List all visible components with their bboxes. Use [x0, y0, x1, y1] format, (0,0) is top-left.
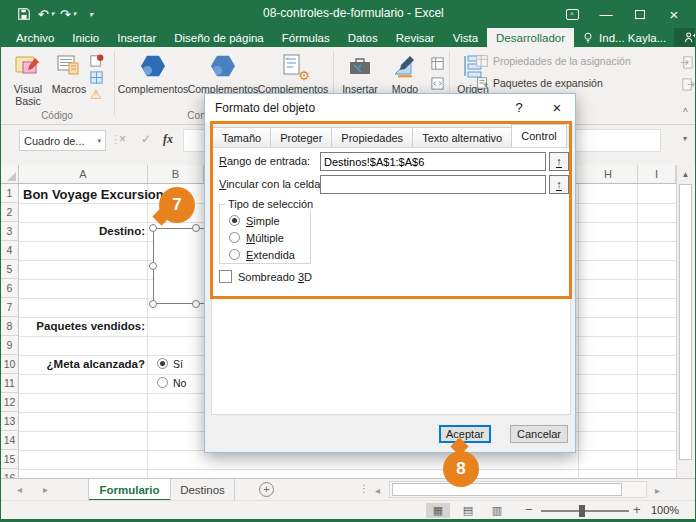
cell-a1[interactable]: Bon Voyage Excursions — [23, 187, 171, 202]
sheet-tab-formulario[interactable]: Formulario — [88, 479, 171, 501]
share-button[interactable]: Compartir — [674, 28, 696, 47]
column-header-h[interactable]: H — [579, 165, 638, 183]
dialog-tab-control[interactable]: Control — [511, 124, 566, 147]
dialog-tab-tamano[interactable]: Tamaño — [212, 127, 271, 147]
vertical-scrollbar[interactable]: ▲ — [676, 165, 694, 478]
sheet-nav-next-icon[interactable]: ▸ — [43, 484, 48, 495]
listbox-control[interactable] — [153, 228, 211, 304]
sheet-tab-destinos[interactable]: Destinos — [171, 479, 235, 501]
tab-formulas[interactable]: Fórmulas — [273, 28, 339, 47]
selection-handle[interactable] — [149, 262, 157, 270]
row-header-14[interactable]: 14 — [1, 431, 18, 450]
maximize-button[interactable] — [623, 0, 657, 28]
hscroll-left-icon[interactable]: ◂ — [375, 485, 380, 496]
row-header-2[interactable]: 2 — [1, 203, 18, 222]
radio-no[interactable] — [157, 377, 168, 388]
row-header-7[interactable]: 7 — [1, 298, 18, 317]
row-header-8[interactable]: 8 — [1, 317, 18, 336]
hscroll-right-icon[interactable]: ▸ — [655, 485, 660, 496]
selection-handle[interactable] — [149, 300, 157, 308]
vincular-collapse-button[interactable]: ↑ — [549, 175, 569, 194]
tab-datos[interactable]: Datos — [339, 28, 387, 47]
tell-me-box[interactable]: Ind... Kayla... — [574, 28, 674, 47]
minimize-button[interactable]: — — [589, 0, 623, 28]
ribbon-display-options-button[interactable]: ^ — [555, 0, 589, 28]
row-header-13[interactable]: 13 — [1, 412, 18, 431]
rango-entrada-input[interactable] — [320, 152, 546, 171]
name-box[interactable]: Cuadro de... ▾ — [19, 130, 106, 151]
radio-extendida[interactable] — [229, 249, 240, 260]
relative-references-button[interactable] — [88, 69, 104, 85]
tab-diseno-de-pagina[interactable]: Diseño de página — [165, 28, 273, 47]
save-button[interactable] — [15, 3, 33, 25]
dialog-close-button[interactable]: × — [543, 96, 571, 118]
tab-vista[interactable]: Vista — [444, 28, 487, 47]
zoom-slider-thumb[interactable] — [579, 505, 585, 517]
collapse-ribbon-button[interactable]: ^ — [683, 107, 688, 118]
undo-button[interactable]: ↶▾ — [37, 3, 55, 25]
close-button[interactable]: × — [657, 0, 691, 28]
record-macro-button[interactable] — [88, 52, 104, 68]
sheet-nav-prev-icon[interactable]: ◂ — [17, 484, 22, 495]
insertar-control-button[interactable]: Insertar — [339, 51, 381, 95]
zoom-out-button[interactable]: − — [525, 502, 533, 517]
row-header-3[interactable]: 3 — [1, 222, 18, 241]
radio-si[interactable] — [157, 358, 168, 369]
dialog-tab-propiedades[interactable]: Propiedades — [331, 127, 413, 147]
macro-security-button[interactable]: ⚠ — [88, 86, 104, 102]
cell-a3[interactable]: Destino: — [19, 225, 145, 237]
propiedades-control-button[interactable] — [429, 55, 445, 71]
column-header-i[interactable]: I — [638, 165, 676, 183]
vincular-celda-input[interactable] — [320, 175, 546, 194]
zoom-level[interactable]: 100% — [651, 504, 679, 516]
rango-collapse-button[interactable]: ↑ — [549, 152, 569, 171]
expand-formula-bar-icon[interactable]: ▾ — [683, 134, 687, 143]
radio-multiple[interactable] — [229, 232, 240, 243]
column-header-b[interactable]: B — [148, 165, 204, 183]
macros-button[interactable]: Macros — [51, 51, 87, 95]
row-header-4[interactable]: 4 — [1, 241, 18, 260]
visual-basic-button[interactable]: Visual Basic — [7, 51, 49, 107]
vertical-scrollbar-thumb[interactable] — [679, 184, 692, 460]
view-page-break-button[interactable]: ▥ — [485, 503, 509, 518]
row-header-10[interactable]: 10 — [1, 355, 18, 374]
row-header-9[interactable]: 9 — [1, 336, 18, 355]
zoom-in-button[interactable]: + — [633, 502, 641, 517]
row-header-5[interactable]: 5 — [1, 260, 18, 279]
customize-qat-button[interactable]: ▾ — [81, 3, 99, 25]
zoom-slider[interactable] — [541, 510, 629, 512]
row-header-16[interactable]: 16 — [1, 469, 18, 478]
view-page-layout-button[interactable]: ▤ — [456, 503, 480, 518]
complementos-office-button[interactable]: ⚙ Complementos — [259, 51, 327, 95]
dialog-tab-texto-alternativo[interactable]: Texto alternativo — [412, 127, 512, 147]
cancelar-button[interactable]: Cancelar — [510, 425, 568, 443]
scroll-up-icon[interactable]: ▲ — [677, 165, 694, 183]
select-all-corner[interactable] — [1, 165, 19, 183]
paquetes-expansion-button[interactable]: Paquetes de expansión — [475, 76, 603, 90]
sombreado-3d-checkbox[interactable] — [219, 270, 232, 283]
tab-archivo[interactable]: Archivo — [7, 28, 63, 47]
row-header-11[interactable]: 11 — [1, 374, 18, 393]
column-header-a[interactable]: A — [19, 165, 148, 183]
propiedades-asignacion-button[interactable]: Propiedades de la asignación — [475, 54, 631, 68]
horizontal-scrollbar-thumb[interactable] — [392, 483, 622, 496]
formula-cancel-button[interactable]: × — [119, 132, 126, 146]
formula-enter-button[interactable]: ✓ — [141, 132, 151, 146]
importar-button[interactable] — [679, 54, 695, 70]
insert-function-button[interactable]: fx — [163, 132, 173, 147]
tab-bar-resize-handle[interactable]: ⋮ — [359, 483, 369, 494]
selection-handle[interactable] — [192, 300, 200, 308]
complementos-button[interactable]: Complementos — [119, 51, 187, 95]
cell-a8[interactable]: Paquetes vendidos: — [19, 320, 145, 332]
add-sheet-button[interactable]: + — [259, 482, 274, 497]
row-header-6[interactable]: 6 — [1, 279, 18, 298]
complementos-com-button[interactable]: Complementos — [189, 51, 257, 95]
cell-a10[interactable]: ¿Meta alcanzada? — [19, 358, 145, 370]
dialog-tab-proteger[interactable]: Proteger — [270, 127, 332, 147]
tab-inicio[interactable]: Inicio — [63, 28, 108, 47]
exportar-button[interactable] — [679, 76, 695, 92]
modo-diseno-button[interactable]: Modo — [385, 51, 425, 95]
radio-simple[interactable] — [229, 215, 240, 226]
row-header-1[interactable]: 1 — [1, 184, 18, 203]
view-normal-button[interactable]: ▦ — [426, 503, 450, 518]
